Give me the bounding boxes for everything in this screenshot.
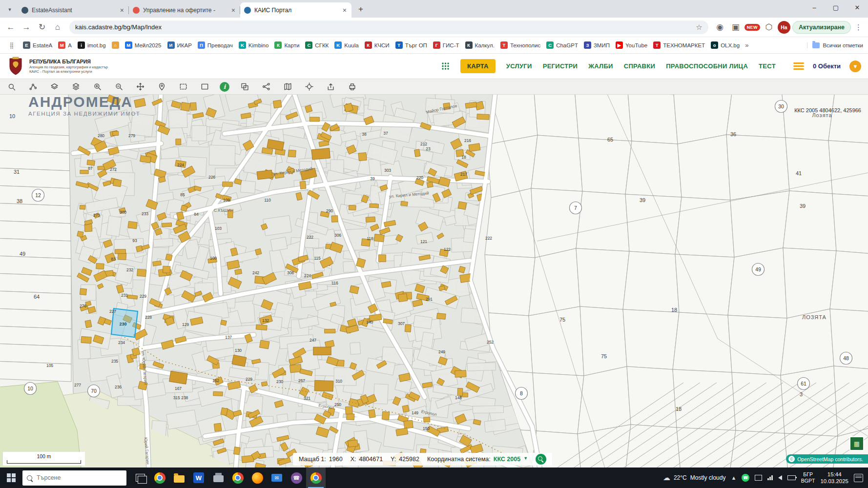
taskbar-app-viber[interactable]: ☎	[287, 468, 306, 488]
crs-caret-icon[interactable]: ▼	[523, 456, 528, 463]
weather-widget[interactable]: ☁ 22°C Mostly cloudy	[663, 473, 726, 482]
bookmark-item[interactable]: ИИКАР	[165, 40, 194, 50]
taskbar-clock[interactable]: 15:44 10.03.2025	[820, 471, 848, 485]
portal-nav-тест[interactable]: ТЕСТ	[759, 62, 776, 70]
bookmark-item[interactable]: KKuula	[332, 40, 361, 50]
language-indicator[interactable]: БГР BGPT	[801, 471, 815, 484]
objects-counter-button[interactable]: 0 Обекти	[813, 62, 841, 70]
browser-menu-icon[interactable]: ⋮	[853, 23, 864, 32]
taskbar-search[interactable]	[22, 470, 126, 486]
taskbar-app-chrome[interactable]	[150, 468, 169, 488]
layers-stack-icon[interactable]	[69, 81, 82, 93]
tab-search-icon[interactable]: ▾	[3, 2, 17, 16]
all-bookmarks[interactable]: Всички отметки	[807, 42, 863, 48]
bookmark-item[interactable]: EEstateA	[21, 40, 55, 50]
extent-rect-icon[interactable]	[198, 81, 211, 93]
network-icon[interactable]	[767, 475, 773, 480]
url-text[interactable]: kais.cadastre.bg/bg/Map/Index	[75, 23, 696, 31]
download-objects-icon[interactable]: ▼	[849, 61, 861, 72]
crs-dropdown[interactable]: ККС 2005	[494, 456, 520, 463]
portal-nav-услуги[interactable]: УСЛУГИ	[506, 62, 532, 70]
bookmark-item[interactable]: ММейл2025	[123, 40, 164, 50]
legend-map-icon[interactable]	[281, 81, 294, 93]
whatsapp-icon[interactable]: ☎	[742, 474, 749, 482]
copy-shapes-icon[interactable]	[238, 81, 251, 93]
bookmark-star-icon[interactable]: ☆	[696, 23, 702, 32]
portal-nav-жалби[interactable]: ЖАЛБИ	[588, 62, 613, 70]
browser-tab[interactable]: EstateAssistant×	[18, 2, 129, 18]
portal-nav-карта[interactable]: КАРТА	[460, 59, 496, 73]
info-icon[interactable]: i	[220, 82, 229, 92]
bookmark-item[interactable]: ▶YouTube	[613, 40, 650, 50]
taskbar-app-task-view[interactable]	[130, 468, 150, 488]
bookmark-item[interactable]: iimot.bg	[75, 40, 108, 50]
bookmark-item[interactable]: ККЧСИ	[362, 40, 392, 50]
reading-mode-icon[interactable]: ◉	[713, 20, 727, 34]
bookmark-item[interactable]: ТТехнополис	[498, 40, 543, 50]
taskbar-app-firefox[interactable]	[248, 468, 267, 488]
portal-nav-справки[interactable]: СПРАВКИ	[624, 62, 655, 70]
osm-attribution[interactable]: © OpenStreetMap contributors.	[786, 454, 868, 464]
bookmark-item[interactable]: CChaGPT	[544, 40, 580, 50]
select-rect-dashed-icon[interactable]	[177, 81, 189, 93]
taskbar-app-word[interactable]: W	[189, 468, 208, 488]
portal-nav-регистри[interactable]: РЕГИСТРИ	[543, 62, 578, 70]
display-icon[interactable]	[755, 475, 762, 481]
print-icon[interactable]	[346, 81, 358, 93]
minimize-button[interactable]: –	[804, 0, 825, 15]
map-container[interactable]: 2308727228027922422630023327393832322312…	[0, 95, 868, 468]
taskbar-app-chrome-2[interactable]	[228, 468, 248, 488]
bookmark-item[interactable]: KKimbino	[236, 40, 271, 50]
portal-apps-grid-icon[interactable]	[441, 62, 450, 70]
locate-pin-icon[interactable]	[155, 81, 168, 93]
taskbar-app-file-explorer[interactable]	[169, 468, 189, 488]
maximize-button[interactable]: ▢	[825, 0, 847, 15]
bookmark-item[interactable]: ⌂	[109, 40, 122, 50]
bookmark-item[interactable]: ЗЗМИП	[581, 40, 612, 50]
pan-move-icon[interactable]	[134, 81, 146, 93]
layers-visibility-icon[interactable]	[48, 81, 61, 93]
bookmark-item[interactable]: oOLX.bg	[708, 40, 742, 50]
browser-tab[interactable]: Управление на офертите -×	[129, 2, 240, 18]
tray-expand-chevron-icon[interactable]: ▲	[731, 475, 736, 481]
extensions-puzzle-icon[interactable]: ⬡	[762, 20, 776, 34]
address-bar[interactable]: kais.cadastre.bg/bg/Map/Index ☆	[69, 20, 708, 34]
taskbar-app-printer[interactable]	[208, 468, 228, 488]
coordinate-search-button[interactable]	[536, 454, 546, 465]
bookmark-item[interactable]: ККалкул.	[463, 40, 497, 50]
start-button[interactable]	[0, 468, 22, 488]
bookmarks-overflow-chevron[interactable]: »	[745, 41, 748, 49]
chrome-update-button[interactable]: Актуализиране	[792, 21, 851, 34]
basemap-layers-button[interactable]: ▦	[849, 436, 864, 451]
forward-icon[interactable]: →	[20, 20, 33, 34]
bookmark-item[interactable]: ППреводач	[195, 40, 235, 50]
cadastre-map[interactable]: 2308727228027922422630023327393832322312…	[0, 95, 868, 468]
bookmark-item[interactable]: ССГКК	[303, 40, 331, 50]
volume-icon[interactable]	[778, 475, 782, 480]
taskbar-app-chrome-active[interactable]	[306, 468, 326, 488]
bookmark-item[interactable]: MA	[56, 40, 74, 50]
export-object-icon[interactable]	[324, 81, 337, 93]
profile-avatar[interactable]: На	[778, 21, 790, 34]
back-icon[interactable]: ←	[4, 20, 18, 34]
battery-icon[interactable]	[787, 475, 796, 480]
tab-close-icon[interactable]: ×	[342, 6, 348, 14]
close-button[interactable]: ✕	[847, 0, 868, 15]
tab-close-icon[interactable]: ×	[230, 6, 236, 14]
bookmark-item[interactable]: ККарти	[272, 40, 302, 50]
reload-icon[interactable]: ↻	[35, 20, 49, 34]
portal-nav-правоспособни-лица[interactable]: ПРАВОСПОСОБНИ ЛИЦА	[666, 62, 748, 70]
new-tab-button[interactable]: +	[354, 3, 367, 16]
tab-close-icon[interactable]: ×	[119, 6, 125, 14]
route-measure-icon[interactable]	[26, 81, 39, 93]
zoom-in-icon[interactable]	[91, 81, 103, 93]
bookmark-item[interactable]: ТТърг ОП	[393, 40, 430, 50]
search-input[interactable]	[36, 474, 122, 482]
media-gallery-icon[interactable]: ▣	[729, 20, 743, 34]
zoom-out-icon[interactable]	[112, 81, 125, 93]
apps-grid-icon[interactable]: ⣿	[5, 39, 19, 52]
bookmark-item[interactable]: ГГИС-Т	[431, 40, 462, 50]
action-center-icon[interactable]	[854, 474, 863, 482]
snap-crosshair-icon[interactable]	[303, 81, 315, 93]
menu-hamburger-icon[interactable]	[793, 62, 804, 70]
